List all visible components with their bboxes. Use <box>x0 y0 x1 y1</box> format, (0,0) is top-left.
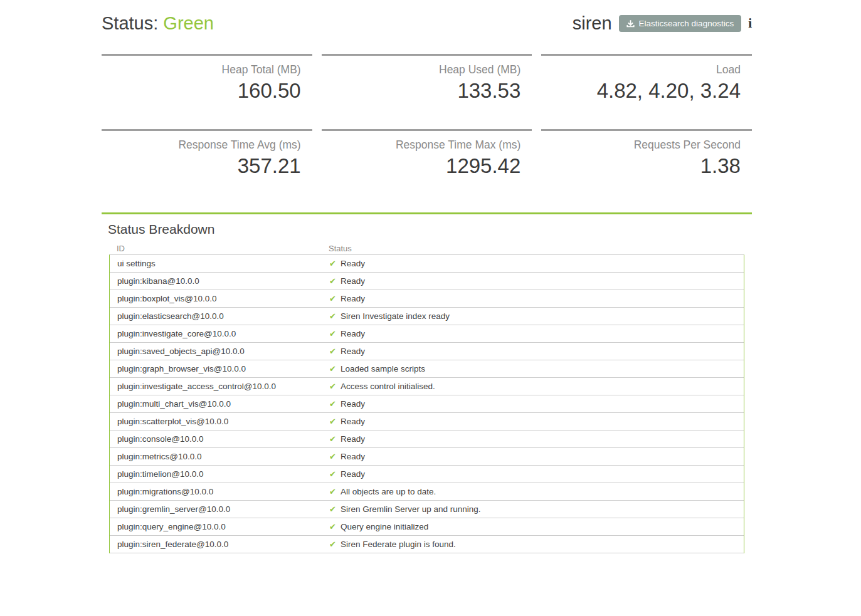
metric-value: 1.38 <box>541 154 741 179</box>
metric-tile: Response Time Max (ms) 1295.42 <box>322 129 532 204</box>
table-row: plugin:gremlin_server@10.0.0 ✔ Siren Gre… <box>110 501 744 518</box>
table-row: plugin:console@10.0.0 ✔ Ready <box>110 431 744 448</box>
row-id-cell: plugin:investigate_access_control@10.0.0 <box>110 382 329 391</box>
row-status-cell: ✔ Ready <box>329 399 744 409</box>
metric-label: Requests Per Second <box>541 137 741 153</box>
row-status-cell: ✔ Ready <box>329 329 744 338</box>
row-status-text: Siren Gremlin Server up and running. <box>341 504 481 514</box>
table-row: plugin:metrics@10.0.0 ✔ Ready <box>110 448 744 466</box>
row-status-text: Siren Federate plugin is found. <box>341 540 456 549</box>
check-icon: ✔ <box>329 470 336 478</box>
check-icon: ✔ <box>329 400 336 408</box>
table-row: plugin:query_engine@10.0.0 ✔ Query engin… <box>110 518 744 536</box>
metric-value: 133.53 <box>322 78 521 103</box>
row-status-text: Ready <box>341 417 365 426</box>
row-status-cell: ✔ Siren Gremlin Server up and running. <box>329 504 744 514</box>
metric-label: Response Time Avg (ms) <box>102 137 301 153</box>
check-icon: ✔ <box>329 259 336 268</box>
row-status-text: Ready <box>341 259 365 268</box>
row-status-cell: ✔ Ready <box>329 276 744 286</box>
info-icon[interactable]: i <box>748 17 752 30</box>
table-row: plugin:boxplot_vis@10.0.0 ✔ Ready <box>110 290 744 308</box>
row-status-cell: ✔ Query engine initialized <box>329 522 744 531</box>
row-status-text: Ready <box>341 434 365 444</box>
table-row: plugin:scatterplot_vis@10.0.0 ✔ Ready <box>110 413 744 431</box>
row-status-text: Siren Investigate index ready <box>341 311 450 321</box>
column-header-status: Status <box>329 244 744 253</box>
check-icon: ✔ <box>329 365 336 373</box>
table-column-headers: ID Status <box>109 242 744 254</box>
metric-value: 160.50 <box>102 78 301 103</box>
check-icon: ✔ <box>329 540 336 548</box>
check-icon: ✔ <box>329 505 336 513</box>
status-value: Green <box>163 13 214 33</box>
download-icon <box>626 19 635 28</box>
table-row: plugin:timelion@10.0.0 ✔ Ready <box>110 466 744 483</box>
status-breakdown-section: Status Breakdown ID Status ui settings ✔… <box>102 221 752 553</box>
row-id-cell: plugin:gremlin_server@10.0.0 <box>110 504 329 514</box>
row-status-text: Query engine initialized <box>341 522 428 531</box>
row-id-cell: plugin:timelion@10.0.0 <box>110 469 329 479</box>
row-status-cell: ✔ Siren Federate plugin is found. <box>329 540 744 549</box>
metric-value: 1295.42 <box>322 154 521 179</box>
row-status-cell: ✔ All objects are up to date. <box>329 487 744 496</box>
table-row: plugin:migrations@10.0.0 ✔ All objects a… <box>110 483 744 501</box>
row-status-cell: ✔ Ready <box>329 469 744 479</box>
row-status-text: Access control initialised. <box>341 382 435 391</box>
diagnostics-button-label: Elasticsearch diagnostics <box>639 19 734 28</box>
metric-tile: Requests Per Second 1.38 <box>541 129 752 204</box>
metrics-grid: Heap Total (MB) 160.50 Heap Used (MB) 13… <box>102 54 752 204</box>
metric-label: Response Time Max (ms) <box>322 137 521 153</box>
row-id-cell: plugin:scatterplot_vis@10.0.0 <box>110 417 329 426</box>
table-row: plugin:graph_browser_vis@10.0.0 ✔ Loaded… <box>110 360 744 378</box>
check-icon: ✔ <box>329 295 336 303</box>
metric-tile: Heap Total (MB) 160.50 <box>102 54 312 129</box>
table-row: plugin:kibana@10.0.0 ✔ Ready <box>110 273 744 290</box>
metric-label: Heap Total (MB) <box>102 61 301 78</box>
column-header-id: ID <box>109 244 329 253</box>
row-status-text: Ready <box>341 399 365 409</box>
row-status-cell: ✔ Ready <box>329 434 744 444</box>
check-icon: ✔ <box>329 382 336 390</box>
row-id-cell: plugin:console@10.0.0 <box>110 434 329 444</box>
check-icon: ✔ <box>329 330 336 338</box>
row-status-cell: ✔ Ready <box>329 259 744 268</box>
row-status-cell: ✔ Ready <box>329 417 744 426</box>
row-id-cell: plugin:investigate_core@10.0.0 <box>110 329 329 338</box>
metric-tile: Heap Used (MB) 133.53 <box>322 54 532 129</box>
row-status-text: Ready <box>341 276 365 286</box>
row-id-cell: plugin:boxplot_vis@10.0.0 <box>110 294 329 303</box>
row-id-cell: plugin:saved_objects_api@10.0.0 <box>110 347 329 356</box>
metric-value: 4.82, 4.20, 3.24 <box>541 78 741 103</box>
row-status-cell: ✔ Siren Investigate index ready <box>329 311 744 321</box>
row-status-text: Ready <box>341 469 365 479</box>
row-id-cell: plugin:elasticsearch@10.0.0 <box>110 311 329 321</box>
table-row: plugin:investigate_core@10.0.0 ✔ Ready <box>110 325 744 343</box>
page-title-prefix: Status: <box>102 13 163 33</box>
metric-label: Load <box>541 61 741 78</box>
status-table: ui settings ✔ Ready plugin:kibana@10.0.0… <box>109 254 744 553</box>
row-status-text: Ready <box>341 294 365 303</box>
row-id-cell: plugin:kibana@10.0.0 <box>110 276 329 286</box>
table-row: ui settings ✔ Ready <box>110 255 744 273</box>
table-row: plugin:saved_objects_api@10.0.0 ✔ Ready <box>110 343 744 360</box>
check-icon: ✔ <box>329 523 336 531</box>
row-status-text: Ready <box>341 347 365 356</box>
page-header: Status: Green siren Elasticsearch diagno… <box>102 10 752 36</box>
row-status-text: All objects are up to date. <box>341 487 436 496</box>
metric-tile: Load 4.82, 4.20, 3.24 <box>541 54 752 129</box>
table-row: plugin:multi_chart_vis@10.0.0 ✔ Ready <box>110 395 744 413</box>
metric-value: 357.21 <box>102 154 301 179</box>
metric-label: Heap Used (MB) <box>322 61 521 78</box>
breakdown-heading: Status Breakdown <box>108 221 752 238</box>
check-icon: ✔ <box>329 277 336 285</box>
status-page: Status: Green siren Elasticsearch diagno… <box>102 0 752 553</box>
metric-tile: Response Time Avg (ms) 357.21 <box>102 129 312 204</box>
check-icon: ✔ <box>329 435 336 443</box>
check-icon: ✔ <box>329 452 336 461</box>
row-id-cell: ui settings <box>110 259 329 268</box>
check-icon: ✔ <box>329 312 336 320</box>
elasticsearch-diagnostics-button[interactable]: Elasticsearch diagnostics <box>619 15 742 32</box>
row-status-cell: ✔ Ready <box>329 347 744 356</box>
row-id-cell: plugin:migrations@10.0.0 <box>110 487 329 496</box>
